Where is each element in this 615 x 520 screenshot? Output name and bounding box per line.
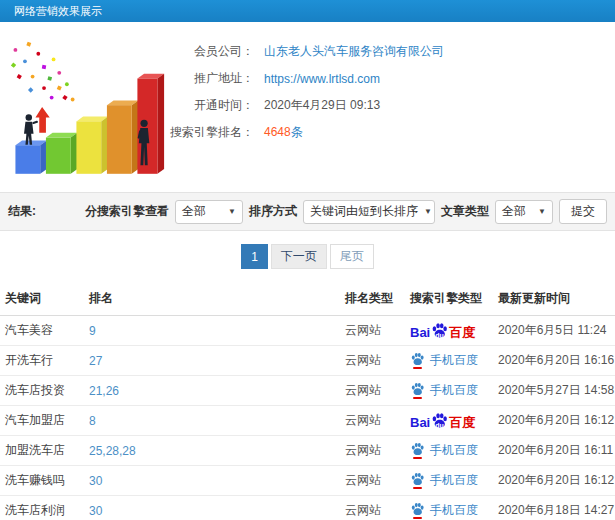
mobile-baidu-link[interactable]: 手机百度 xyxy=(410,472,478,489)
last-page-button[interactable]: 尾页 xyxy=(330,244,374,269)
rank-link[interactable]: 9 xyxy=(89,324,96,338)
engine-rank-unit: 条 xyxy=(291,125,303,139)
open-time-label: 开通时间： xyxy=(166,97,254,114)
baidu-paw-icon xyxy=(410,352,425,366)
engine-cell: 手机百度 xyxy=(405,376,493,406)
paw-underline-decoration xyxy=(413,397,422,399)
rank-link[interactable]: 21,26 xyxy=(89,384,119,398)
updated-cell: 2020年6月20日 16:12 xyxy=(493,466,615,496)
sort-select[interactable]: 关键词由短到长排序 ▼ xyxy=(303,200,435,224)
baidu-logo[interactable]: Bai du 百度 xyxy=(410,412,475,429)
result-label: 结果: xyxy=(8,203,36,220)
baidu-paw-icon xyxy=(410,472,425,486)
keyword-cell: 洗车店投资 xyxy=(0,376,84,406)
bar-orange xyxy=(107,100,138,173)
keyword-cell: 洗车店利润 xyxy=(0,496,84,520)
rank-cell: 9 xyxy=(84,316,340,346)
paw-underline-decoration xyxy=(413,457,422,459)
engine-cell: Bai du 百度 xyxy=(405,406,493,436)
rank-link[interactable]: 30 xyxy=(89,474,102,488)
bar-chart-illustration xyxy=(4,32,166,186)
rank-type-cell: 云网站 xyxy=(340,496,405,520)
page-button-current[interactable]: 1 xyxy=(241,244,268,269)
filter-bar: 结果: 分搜索引擎查看 全部 ▼ 排序方式 关键词由短到长排序 ▼ 文章类型 全… xyxy=(0,192,615,231)
rank-type-cell: 云网站 xyxy=(340,376,405,406)
keyword-cell: 开洗车行 xyxy=(0,346,84,376)
member-company-row: 会员公司： 山东老人头汽车服务咨询有限公司 xyxy=(166,38,615,65)
baidu-paw-icon xyxy=(410,502,425,516)
bar-blue xyxy=(15,140,46,173)
member-company-label: 会员公司： xyxy=(166,43,254,60)
keyword-ranking-table: 关键词 排名 排名类型 搜索引擎类型 最新更新时间 汽车美容 9 云网站 Bai… xyxy=(0,281,615,520)
updated-cell: 2020年6月20日 16:11 xyxy=(493,436,615,466)
keyword-cell: 汽车加盟店 xyxy=(0,406,84,436)
mobile-baidu-link[interactable]: 手机百度 xyxy=(410,442,478,459)
header-rank-type: 排名类型 xyxy=(340,281,405,316)
engine-view-select[interactable]: 全部 ▼ xyxy=(175,200,243,224)
sort-selected: 关键词由短到长排序 xyxy=(310,203,418,220)
engine-view-label: 分搜索引擎查看 xyxy=(85,203,169,220)
chevron-down-icon: ▼ xyxy=(228,207,236,216)
article-type-selected: 全部 xyxy=(502,203,526,220)
rank-link[interactable]: 30 xyxy=(89,504,102,518)
rank-cell: 25,28,28 xyxy=(84,436,340,466)
updated-cell: 2020年6月18日 14:27 xyxy=(493,496,615,520)
confetti-dots xyxy=(11,42,75,102)
table-row: 汽车美容 9 云网站 Bai du 百度 2020年6月5日 11:24 xyxy=(0,316,615,346)
table-row: 洗车店利润 30 云网站 手机百度 2020年6月18日 14:27 xyxy=(0,496,615,520)
table-row: 洗车赚钱吗 30 云网站 手机百度 2020年6月20日 16:12 xyxy=(0,466,615,496)
next-page-button[interactable]: 下一页 xyxy=(271,244,327,269)
rank-type-cell: 云网站 xyxy=(340,346,405,376)
pagination: 1 下一页 尾页 xyxy=(0,231,615,281)
submit-button[interactable]: 提交 xyxy=(559,199,607,224)
article-type-label: 文章类型 xyxy=(441,203,489,220)
growth-arrow-icon xyxy=(35,107,49,133)
keyword-cell: 洗车赚钱吗 xyxy=(0,466,84,496)
mobile-baidu-link[interactable]: 手机百度 xyxy=(410,352,478,369)
rank-cell: 21,26 xyxy=(84,376,340,406)
table-body: 汽车美容 9 云网站 Bai du 百度 2020年6月5日 11:24 开洗车… xyxy=(0,316,615,520)
updated-cell: 2020年6月20日 16:16 xyxy=(493,346,615,376)
member-company-link[interactable]: 山东老人头汽车服务咨询有限公司 xyxy=(264,44,444,58)
rank-link[interactable]: 25,28,28 xyxy=(89,444,136,458)
promo-url-link[interactable]: https://www.lrtlsd.com xyxy=(264,72,380,86)
promo-url-row: 推广地址： https://www.lrtlsd.com xyxy=(166,65,615,92)
header-updated: 最新更新时间 xyxy=(493,281,615,316)
promo-url-label: 推广地址： xyxy=(166,70,254,87)
engine-cell: Bai du 百度 xyxy=(405,316,493,346)
rank-cell: 30 xyxy=(84,466,340,496)
updated-cell: 2020年6月20日 16:12 xyxy=(493,406,615,436)
rank-cell: 8 xyxy=(84,406,340,436)
rank-link[interactable]: 27 xyxy=(89,354,102,368)
paw-underline-decoration xyxy=(413,487,422,489)
engine-cell: 手机百度 xyxy=(405,346,493,376)
filter-controls: 分搜索引擎查看 全部 ▼ 排序方式 关键词由短到长排序 ▼ 文章类型 全部 ▼ … xyxy=(85,199,607,224)
rank-type-cell: 云网站 xyxy=(340,466,405,496)
engine-rank-count: 4648 xyxy=(264,125,291,139)
account-info-list: 会员公司： 山东老人头汽车服务咨询有限公司 推广地址： https://www.… xyxy=(166,32,615,186)
table-row: 汽车加盟店 8 云网站 Bai du 百度 2020年6月20日 16:12 xyxy=(0,406,615,436)
mobile-baidu-link[interactable]: 手机百度 xyxy=(410,382,478,399)
bar-green xyxy=(46,133,77,174)
header-rank: 排名 xyxy=(84,281,340,316)
businessman-left xyxy=(24,114,38,144)
engine-cell: 手机百度 xyxy=(405,436,493,466)
baidu-paw-icon xyxy=(410,442,425,456)
page-title: 网络营销效果展示 xyxy=(14,5,102,17)
account-info-section: 会员公司： 山东老人头汽车服务咨询有限公司 推广地址： https://www.… xyxy=(0,22,615,192)
table-header-row: 关键词 排名 排名类型 搜索引擎类型 最新更新时间 xyxy=(0,281,615,316)
header-engine-type: 搜索引擎类型 xyxy=(405,281,493,316)
rank-cell: 30 xyxy=(84,496,340,520)
marketing-report-page: 网络营销效果展示 xyxy=(0,0,615,520)
header-keyword: 关键词 xyxy=(0,281,84,316)
table-row: 洗车店投资 21,26 云网站 手机百度 2020年5月27日 14:58 xyxy=(0,376,615,406)
rank-cell: 27 xyxy=(84,346,340,376)
baidu-paw-icon xyxy=(410,382,425,396)
page-header: 网络营销效果展示 xyxy=(0,0,615,22)
article-type-select[interactable]: 全部 ▼ xyxy=(495,200,553,224)
rank-link[interactable]: 8 xyxy=(89,414,96,428)
baidu-logo[interactable]: Bai du 百度 xyxy=(410,322,475,339)
engine-rank-row: 搜索引擎排名： 4648条 xyxy=(166,119,615,146)
mobile-baidu-link[interactable]: 手机百度 xyxy=(410,502,478,519)
paw-underline-decoration xyxy=(413,517,422,519)
